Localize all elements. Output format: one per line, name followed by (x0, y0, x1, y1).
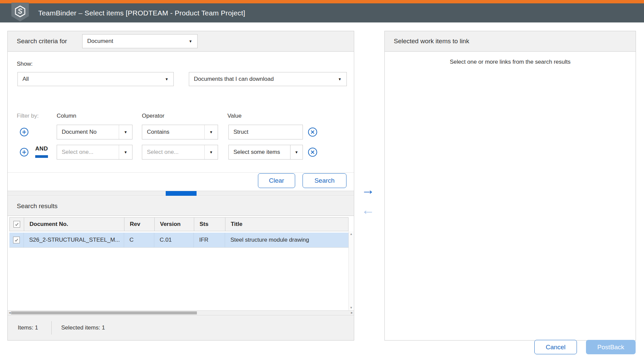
selected-items-header: Selected work items to link (385, 31, 636, 52)
loading-progress-bar (8, 191, 354, 196)
items-count: Items: 1 (18, 324, 38, 331)
cancel-button[interactable]: Cancel (534, 340, 577, 354)
scroll-up-icon[interactable]: ▲ (349, 232, 354, 236)
value-header: Value (227, 113, 241, 119)
and-label: AND (35, 145, 48, 152)
chevron-down-icon: ▼ (204, 145, 218, 159)
search-criteria-label: Search criteria for (17, 38, 67, 45)
cell-version: C.01 (154, 233, 194, 247)
filter-operator-value-1: Contains (142, 129, 204, 135)
teambinder-logo-icon (14, 5, 26, 20)
search-button[interactable]: Search (303, 173, 346, 188)
row-checkbox[interactable] (13, 237, 20, 243)
filter-operator-select-1[interactable]: Contains ▼ (142, 125, 218, 139)
window-title: TeamBinder – Select items [PRODTEAM - Pr… (38, 3, 245, 22)
scroll-down-icon[interactable]: ▼ (349, 306, 354, 309)
search-results-label: Search results (17, 202, 57, 210)
results-footer: Items: 1 Selected items: 1 (8, 315, 354, 340)
row-checkbox-cell (9, 233, 24, 247)
show-label: Show: (17, 61, 33, 67)
col-sts[interactable]: Sts (194, 218, 225, 231)
criteria-type-value: Document (83, 38, 184, 45)
remove-filter-icon-2[interactable] (308, 147, 318, 157)
filter-operator-value-2: Select one... (142, 149, 204, 156)
chevron-down-icon[interactable]: ▼ (290, 145, 303, 159)
and-operator-toggle[interactable]: AND (35, 145, 48, 158)
filter-operator-select-2[interactable]: Select one... ▼ (142, 145, 218, 160)
col-document-no[interactable]: Document No. (24, 218, 124, 231)
col-version[interactable]: Version (155, 218, 194, 231)
filter-value-text-2: Select some items (229, 149, 290, 156)
filter-column-select-2[interactable]: Select one... ▼ (57, 145, 132, 160)
and-underline (35, 155, 48, 158)
add-filter-icon[interactable] (19, 127, 29, 137)
filter-column-select-1[interactable]: Document No ▼ (57, 125, 132, 139)
postback-button[interactable]: PostBack (586, 340, 636, 354)
selected-items-label: Selected work items to link (394, 38, 469, 45)
operator-header: Operator (142, 113, 164, 119)
criteria-type-select[interactable]: Document ▼ (82, 34, 198, 48)
search-panel: Search criteria for Document ▼ Show: All… (7, 31, 354, 341)
filter-value-multiselect-2[interactable]: Select some items ▼ (228, 145, 303, 160)
clear-button[interactable]: Clear (258, 173, 295, 188)
chevron-down-icon: ▼ (184, 39, 197, 43)
progress-indicator (166, 191, 197, 196)
access-filter-value: Documents that I can download (189, 76, 333, 82)
select-all-checkbox[interactable] (13, 221, 20, 228)
add-filter-icon[interactable] (19, 147, 29, 157)
selected-items-count: Selected items: 1 (61, 324, 105, 331)
scrollbar-thumb[interactable] (11, 311, 197, 314)
col-rev[interactable]: Rev (124, 218, 155, 231)
cell-title: Steel structure module drawing (225, 233, 348, 247)
filter-value-text-1: Struct (229, 129, 303, 135)
show-filter-select[interactable]: All ▼ (17, 72, 174, 86)
cell-sts: IFR (194, 233, 225, 247)
col-title[interactable]: Title (225, 218, 348, 231)
chevron-down-icon: ▼ (204, 125, 218, 139)
filter-value-input-1[interactable]: Struct (228, 125, 303, 139)
select-items-dialog: TeamBinder – Select items [PRODTEAM - Pr… (0, 0, 644, 362)
remove-filter-icon-1[interactable] (308, 127, 318, 137)
filter-by-label: Filter by: (17, 113, 39, 119)
table-row[interactable]: S26_2-STRUCTURAL_STEEL_M... C C.01 IFR S… (9, 233, 348, 248)
move-left-arrow-icon[interactable]: ← (360, 202, 376, 217)
empty-selection-message: Select one or more links from the search… (385, 59, 636, 65)
move-right-arrow-icon[interactable]: → (360, 182, 376, 197)
cell-document-no: S26_2-STRUCTURAL_STEEL_M... (24, 233, 124, 247)
show-filter-value: All (18, 76, 160, 82)
results-table-header: Document No. Rev Version Sts Title (9, 217, 348, 231)
chevron-down-icon: ▼ (119, 145, 132, 159)
column-header: Column (57, 113, 76, 119)
access-filter-select[interactable]: Documents that I can download ▼ (189, 72, 347, 86)
chevron-down-icon: ▼ (119, 125, 132, 139)
filter-column-value-2: Select one... (57, 149, 119, 156)
cell-rev: C (124, 233, 154, 247)
footer-divider (51, 321, 52, 335)
chevron-down-icon: ▼ (333, 77, 346, 81)
selected-items-panel: Selected work items to link Select one o… (384, 31, 636, 341)
divider (8, 172, 354, 173)
scroll-right-icon[interactable]: ► (350, 311, 354, 315)
filter-column-value-1: Document No (57, 129, 119, 135)
chevron-down-icon: ▼ (160, 77, 173, 81)
horizontal-scrollbar[interactable]: ◄ ► (8, 310, 354, 315)
vertical-scrollbar[interactable]: ▲ ▼ (348, 231, 354, 310)
select-all-cell (10, 218, 24, 231)
search-results-header: Search results (8, 196, 354, 216)
accent-strip (0, 0, 644, 3)
